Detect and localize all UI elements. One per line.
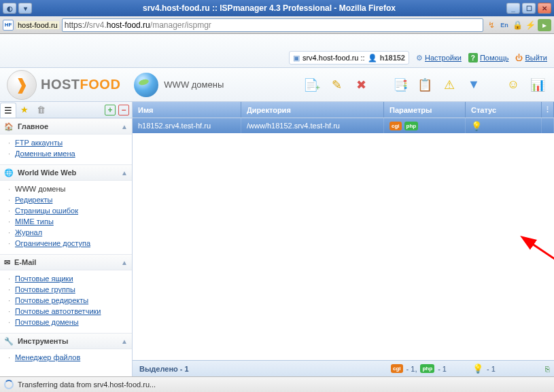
sidebar-tab-trash[interactable]: 🗑 xyxy=(33,103,49,118)
logout-link[interactable]: Выйти xyxy=(525,54,547,62)
main-area: 🏠Главное▲FTP аккаунтыДоменные имена🌐Worl… xyxy=(0,118,554,390)
sidebar-item-link[interactable]: Почтовые автоответчики xyxy=(15,307,101,315)
add-button[interactable]: 📄＋ xyxy=(302,75,322,94)
col-params[interactable]: Параметры xyxy=(384,102,466,118)
sidebar-item-link[interactable]: MIME типы xyxy=(15,217,54,226)
sidebar-item: Страницы ошибок xyxy=(0,205,132,216)
main-toolbar: 📄＋ ✎ ✖ 📑 📋 ⚠ ▼ ☺ 📊 xyxy=(302,75,547,94)
action2-button[interactable]: 📋 xyxy=(415,75,434,94)
cell-params: cgi php xyxy=(384,118,466,133)
settings-icon: ⚙ xyxy=(416,54,423,63)
sidebar-item-link[interactable]: Журнал xyxy=(15,228,42,236)
globe-icon: 🌐 xyxy=(4,168,14,177)
url-security-domain[interactable]: host-food.ru xyxy=(16,21,59,29)
url-protocol: https:// xyxy=(65,20,89,30)
table-settings-icon[interactable]: ⋮ xyxy=(542,102,554,118)
sidebar-item-link[interactable]: Почтовые домены xyxy=(15,318,79,326)
sidebar-group-title: E-Mail xyxy=(14,258,36,266)
mail-icon: ✉ xyxy=(4,258,10,267)
sidebar-group-title: World Wide Web xyxy=(18,168,76,177)
sidebar-item-link[interactable]: WWW домены xyxy=(15,185,65,193)
sidebar-item-link[interactable]: Ограничение доступа xyxy=(15,239,90,247)
sidebar-item: Почтовые группы xyxy=(0,284,132,295)
bolt-icon[interactable]: ⚡ xyxy=(525,20,536,31)
warning-button[interactable]: ⚠ xyxy=(440,75,459,94)
php-badge: php xyxy=(420,364,434,373)
brand-logo: ❱ xyxy=(7,70,37,100)
action1-button[interactable]: 📑 xyxy=(391,75,410,94)
table-row[interactable]: h18152.srv4.test-hf.ru /www/h18152.srv4.… xyxy=(133,118,554,133)
translate-icon[interactable]: En xyxy=(499,20,510,31)
minimize-button[interactable]: _ xyxy=(506,3,520,14)
sidebar-item-link[interactable]: Менеджер файлов xyxy=(15,353,80,361)
sidebar-group-title: Главное xyxy=(18,122,48,130)
cell-status: 💡 xyxy=(466,118,542,133)
sidebar-group-head[interactable]: ✉E-Mail▲ xyxy=(0,254,132,270)
close-button[interactable]: ✕ xyxy=(538,3,551,14)
rss-icon[interactable]: ↯ xyxy=(486,20,497,31)
url-host-grey: srv4. xyxy=(89,20,107,30)
loading-throbber-icon xyxy=(4,380,14,389)
edit-button[interactable]: ✎ xyxy=(327,75,346,94)
sidebar-item: Почтовые ящики xyxy=(0,273,132,284)
chevron-up-icon: ▲ xyxy=(121,259,128,266)
current-user: h18152 xyxy=(380,54,405,62)
sidebar-tab-favorites[interactable]: ★ xyxy=(16,103,33,118)
sidebar-item-link[interactable]: FTP аккаунты xyxy=(15,139,63,147)
sidebar-tab-list[interactable]: ☰ xyxy=(0,103,16,118)
bulb-icon: 💡 xyxy=(472,363,483,374)
sidebar-group-head[interactable]: 🌐World Wide Web▲ xyxy=(0,164,132,181)
help-icon: ? xyxy=(468,53,478,63)
go-button[interactable]: ▸ xyxy=(538,19,551,31)
url-path: /manager/ispmgr xyxy=(150,20,211,30)
sidebar-item-link[interactable]: Редиректы xyxy=(15,196,52,204)
annotation-arrow xyxy=(520,237,554,285)
window-app-icon[interactable]: ◐ xyxy=(3,3,16,14)
delete-button[interactable]: ✖ xyxy=(351,75,370,94)
help-link[interactable]: Помощь xyxy=(480,54,509,62)
export-icon[interactable]: ⎘ xyxy=(540,365,554,373)
sidebar-item: Менеджер файлов xyxy=(0,352,132,363)
window-title: srv4.host-food.ru :: ISPmanager 4.3 Prof… xyxy=(32,3,506,13)
sidebar-group-head[interactable]: 🏠Главное▲ xyxy=(0,118,132,135)
sidebar-item-link[interactable]: Страницы ошибок xyxy=(15,207,78,215)
collapse-all-icon[interactable]: − xyxy=(118,105,129,115)
window-dropdown-icon[interactable]: ▾ xyxy=(18,3,32,14)
sidebar-item-link[interactable]: Почтовые редиректы xyxy=(15,296,88,304)
sidebar-item: Журнал xyxy=(0,227,132,238)
expand-all-icon[interactable]: + xyxy=(105,105,116,115)
sidebar-item: Почтовые редиректы xyxy=(0,295,132,306)
browser-status-bar: Transferring data from srv4.host-food.ru… xyxy=(0,376,554,392)
cgi-badge: cgi xyxy=(389,122,402,130)
settings-link[interactable]: Настройки xyxy=(425,54,462,62)
cell-dir: /www/h18152.srv4.test-hf.ru xyxy=(241,118,384,133)
col-name[interactable]: Имя xyxy=(133,102,241,118)
sidebar-item: FTP аккаунты xyxy=(0,137,132,148)
footer-params: cgi- 1, php- 1 xyxy=(384,364,466,373)
maximize-button[interactable]: ☐ xyxy=(522,3,536,14)
smile-button[interactable]: ☺ xyxy=(504,75,523,94)
sidebar-item: Ограничение доступа xyxy=(0,238,132,249)
sidebar-item-link[interactable]: Почтовые ящики xyxy=(15,274,73,283)
col-dir[interactable]: Директория xyxy=(241,102,384,118)
url-host: host-food.ru xyxy=(107,20,150,30)
sidebar-item-link[interactable]: Почтовые группы xyxy=(15,285,75,293)
brand-toolbar-row: ❱ HOSTFOOD WWW домены 📄＋ ✎ ✖ 📑 📋 ⚠ ▼ ☺ 📊 xyxy=(0,68,554,102)
lock-icon[interactable]: 🔒 xyxy=(512,20,523,31)
site-favicon[interactable]: HF xyxy=(3,20,14,31)
sidebar: 🏠Главное▲FTP аккаунтыДоменные имена🌐Worl… xyxy=(0,118,133,390)
user-icon: 👤 xyxy=(368,54,377,63)
chevron-up-icon: ▲ xyxy=(121,338,128,345)
url-input[interactable]: https://srv4.host-food.ru/manager/ispmgr xyxy=(62,18,483,32)
window-titlebar: ◐ ▾ srv4.host-food.ru :: ISPmanager 4.3 … xyxy=(0,0,554,16)
filter-button[interactable]: ▼ xyxy=(464,75,483,94)
brand-text: HOSTFOOD xyxy=(41,77,120,92)
sidebar-group-head[interactable]: 🔧Инструменты▲ xyxy=(0,333,132,349)
sidebar-item: MIME типы xyxy=(0,216,132,227)
sidebar-item-link[interactable]: Доменные имена xyxy=(15,149,75,158)
chart-button[interactable]: 📊 xyxy=(528,75,547,94)
bulb-icon: 💡 xyxy=(471,121,482,131)
breadcrumb-pill: ▣ srv4.host-food.ru :: 👤 h18152 xyxy=(289,51,409,65)
isp-top-header: ▣ srv4.host-food.ru :: 👤 h18152 ⚙ Настро… xyxy=(0,34,554,68)
col-status[interactable]: Статус xyxy=(466,102,542,118)
